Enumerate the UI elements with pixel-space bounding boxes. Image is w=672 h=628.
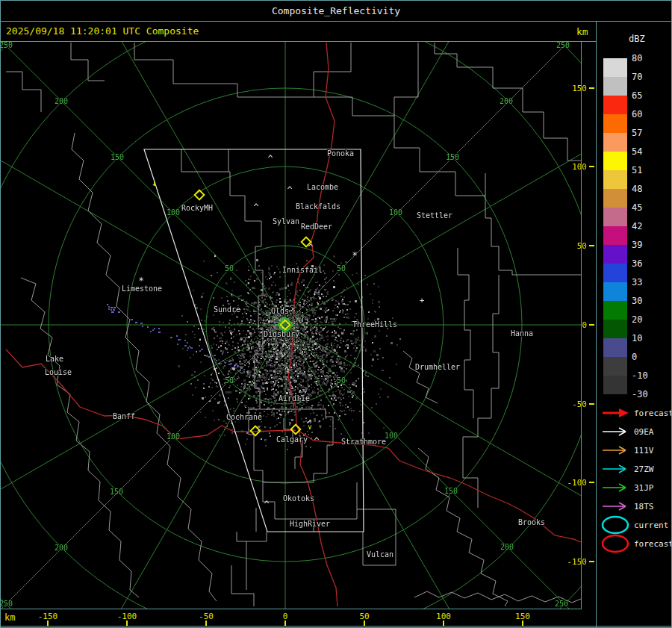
city-label-reddeer: RedDeer [301,223,332,231]
axis-bottom-line [0,626,672,627]
colorbar-tick-label: 30 [632,296,642,305]
titlebar-divider [0,21,672,22]
colorbar-tick-label: -10 [632,371,648,380]
timestamp: 2025/09/18 11:20:01 UTC Composite [6,25,199,37]
colorbar-swatch [603,264,627,282]
map-symbol: * [138,276,143,285]
range-ring-label: 250 [555,600,568,608]
legend-label: current [634,521,668,529]
x-axis-label: 100 [436,612,451,621]
map-symbol: · [197,335,203,345]
colorbar-tick-label: 54 [632,147,642,156]
y-axis-tick [589,245,594,246]
y-axis-unit-label: km [576,26,588,37]
forecast-arrow-icon [600,407,632,419]
map-symbol: · [212,251,218,261]
range-ring-label: 50 [337,265,346,273]
map-symbol: ∨ [308,423,312,431]
colorbar-tick-label: 70 [632,72,642,81]
map-symbol: * [352,251,357,260]
colorbar-tick-label: 60 [632,110,642,119]
colorbar-swatch [603,114,627,133]
range-ring-label: 100 [385,432,398,440]
range-ring-label: 200 [55,544,68,552]
city-label-limestone: Limestone [122,285,162,293]
colorbar-swatch [603,357,627,376]
y-axis-label: -100 [567,479,588,487]
city-label-rockymh: RockyMH [181,205,213,212]
y-axis-label: 0 [582,321,587,329]
colorbar-swatch [603,133,627,152]
map-symbol: ^ [253,203,258,212]
colorbar-title: dBZ [629,34,645,43]
map-symbol: · [338,380,344,391]
city-label-hanna: Hanna [511,330,533,338]
colorbar-tick-label: 0 [632,352,637,361]
city-label-louise: Louise [45,369,72,376]
storm-track-arrow-icon [600,500,632,512]
map-symbol: ^ [308,243,313,252]
colorbar-tick-label: 20 [632,315,642,324]
map-right-border [581,41,582,609]
colorbar-tick-label: 65 [632,91,642,100]
city-label-ponoka: Ponoka [327,150,354,158]
y-axis-tick [589,561,594,562]
legend-label: 09EA [634,428,654,436]
city-label-lake: Lake [46,355,63,363]
x-axis-label: 150 [515,612,530,621]
panel-separator [596,21,597,628]
colorbar-swatch [603,282,627,301]
colorbar-swatch [603,77,627,96]
range-ring-label: 250 [0,42,13,49]
colorbar-swatch [603,226,627,245]
legend-label: 111V [634,447,654,455]
colorbar-swatch [603,170,627,189]
range-ring-label: 50 [225,377,234,385]
colorbar-swatch [603,58,627,77]
colorbar-swatch [603,320,627,338]
map-symbol: ^ [281,343,287,352]
city-label-stettler: Stettler [417,212,452,220]
colorbar-tick-label: 51 [632,166,642,175]
y-axis-label: -50 [572,400,587,408]
colorbar-swatch [603,96,627,114]
map-symbol: ^ [314,437,319,446]
y-axis-label: -150 [567,558,588,566]
colorbar-swatch [603,208,627,226]
colorbar-tick-label: 10 [632,334,642,343]
range-ring-label: 150 [446,154,459,161]
colorbar-swatch [603,301,627,320]
colorbar-tick-label: 33 [632,278,642,287]
x-axis-label: -50 [199,612,214,621]
inforow-divider [0,41,596,42]
range-ring-label: 100 [167,209,180,217]
colorbar-swatch [603,245,627,264]
city-label-blackfalds: Blackfalds [296,203,340,211]
colorbar-swatch [603,152,627,170]
map-bottom-border [0,609,581,609]
range-ring-label: 100 [389,209,402,217]
colorbar-tick-label: 42 [632,222,642,231]
y-axis-tick [589,324,594,326]
y-axis-tick [589,166,594,167]
city-label-brooks: Brooks [518,519,545,526]
colorbar-tick-label: 48 [632,184,642,193]
range-ring-label: 250 [556,42,570,49]
colorbar-tick-label: -30 [632,390,648,399]
city-label-didsbury: Didsbury [264,331,299,338]
colorbar-tick-label: 45 [632,203,642,212]
window-title: Composite_Reflectivity [272,6,400,16]
range-ring-label: 150 [444,488,458,495]
x-axis-label: -150 [38,612,58,621]
city-label-drumheller: Drumheller [415,364,460,371]
city-label-banff: Banff [113,413,135,420]
frame-left [0,0,1,628]
range-ring-label: 150 [110,488,123,496]
radar-display-window: Composite_Reflectivity 2025/09/18 11:20:… [0,0,672,628]
map-symbol: · [345,343,351,353]
x-axis-label: -100 [117,612,137,621]
legend-label: 18TS [634,503,654,511]
city-label-okotoks: Okotoks [283,495,314,503]
colorbar-tick-label: 57 [632,128,642,137]
map-symbol: ^ [287,186,292,195]
